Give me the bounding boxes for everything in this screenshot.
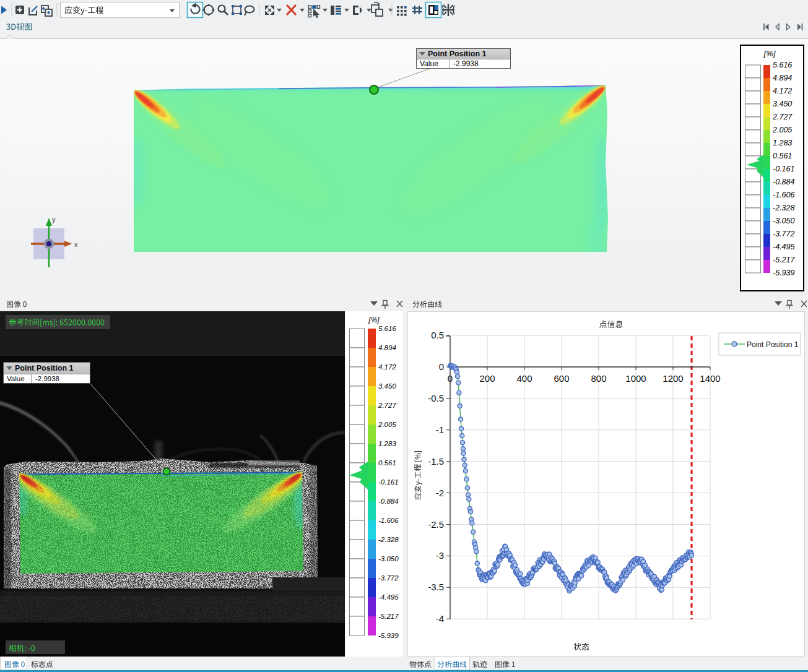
- svg-text:200: 200: [479, 373, 495, 384]
- svg-text:0.5: 0.5: [431, 330, 444, 340]
- svg-text:0: 0: [439, 361, 444, 372]
- svg-text:-3.5: -3.5: [428, 582, 444, 592]
- svg-text:-0.5: -0.5: [428, 393, 444, 403]
- svg-text:1400: 1400: [700, 373, 720, 384]
- svg-text:Point Position 1: Point Position 1: [747, 340, 799, 349]
- svg-text:400: 400: [516, 373, 532, 384]
- svg-text:-2: -2: [436, 488, 444, 498]
- svg-text:0: 0: [448, 373, 453, 384]
- svg-text:-4: -4: [436, 613, 444, 624]
- svg-text:-1.5: -1.5: [428, 456, 444, 467]
- svg-text:1200: 1200: [662, 373, 683, 384]
- svg-text:600: 600: [554, 373, 569, 384]
- svg-text:-3: -3: [436, 550, 444, 561]
- svg-text:-1: -1: [436, 424, 444, 435]
- svg-text:1000: 1000: [625, 373, 646, 384]
- svg-text:-2.5: -2.5: [428, 519, 444, 530]
- svg-text:800: 800: [591, 373, 606, 384]
